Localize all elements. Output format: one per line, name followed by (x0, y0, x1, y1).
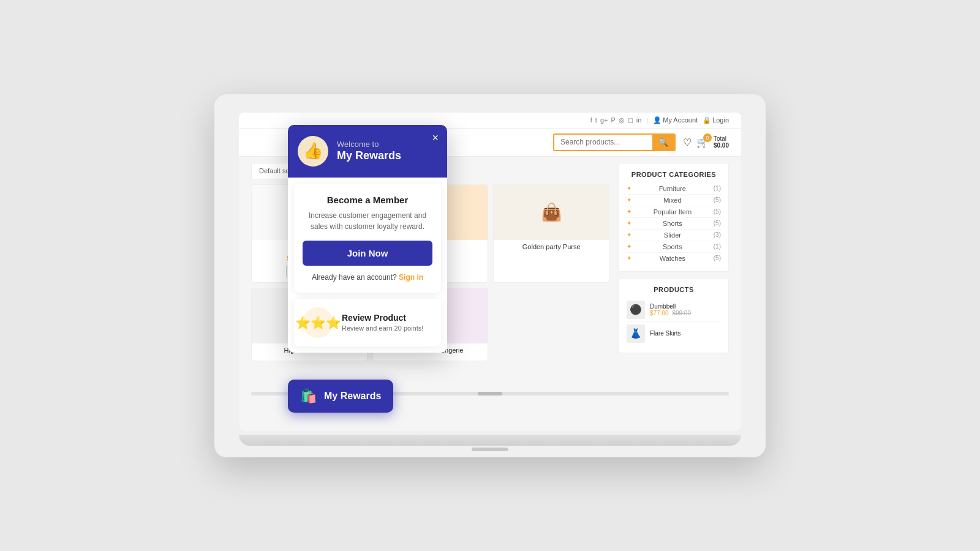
laptop-base (239, 435, 741, 446)
cart-badge: 0 (703, 133, 712, 142)
category-count: (5) (714, 255, 721, 261)
search-input[interactable] (554, 135, 652, 150)
review-card: ⭐⭐⭐ Review Product Review and earn 20 po… (294, 299, 441, 347)
laptop-screen: f t g+ P ◎ ◻ in | 👤 My Account 🔒 Login (239, 113, 741, 431)
my-rewards-button[interactable]: 🛍️ My Rewards (288, 380, 393, 413)
category-item[interactable]: ✦ Slider (3) (627, 230, 721, 241)
category-name: Slider (664, 231, 681, 239)
product-image: 👜 (494, 185, 609, 240)
product-mini-old-price: $99.00 (672, 310, 691, 317)
product-card: 👜 Golden party Purse (493, 184, 609, 283)
product-mini-info: Flare Skirts (650, 330, 681, 337)
product-mini-item[interactable]: ⚫ Dumbbell $77.00 $99.00 (627, 298, 721, 322)
review-info: Review Product Review and earn 20 points… (342, 313, 423, 332)
rewards-modal: 👍 Welcome to My Rewards × Become a Membe… (288, 125, 447, 353)
review-title: Review Product (342, 313, 423, 323)
thumbsup-icon: 👍 (303, 141, 323, 160)
modal-logo: 👍 (298, 136, 328, 167)
category-name: Sports (663, 243, 682, 250)
modal-welcome-text: Welcome to (337, 140, 401, 149)
cat-arrow-icon: ✦ (627, 231, 631, 238)
category-name: Furniture (659, 185, 686, 192)
category-count: (1) (714, 185, 721, 192)
modal-title: My Rewards (337, 149, 401, 163)
scrollbar-thumb[interactable] (478, 392, 502, 395)
product-mini-price: $77.00 (650, 310, 669, 317)
modal-body: Become a Member Increase customer engage… (288, 184, 447, 347)
product-categories-section: PRODUCT CATEGORIES ✦ Furniture (1) ✦ Mix… (619, 163, 729, 272)
laptop-frame: f t g+ P ◎ ◻ in | 👤 My Account 🔒 Login (214, 94, 766, 457)
join-now-button[interactable]: Join Now (303, 241, 432, 266)
heart-icon: ♡ (683, 137, 692, 148)
category-item[interactable]: ✦ Mixed (5) (627, 195, 721, 206)
wishlist-icon-wrap[interactable]: ♡ (683, 137, 692, 148)
instagram-icon[interactable]: ◻ (628, 116, 633, 124)
signin-link[interactable]: Sign in (399, 273, 423, 282)
search-button[interactable]: 🔍 (652, 135, 674, 150)
category-name: Mixed (663, 197, 681, 204)
signin-text: Already have an account? Sign in (303, 273, 432, 282)
category-count: (3) (714, 231, 721, 238)
foursquare-icon[interactable]: ◎ (619, 116, 625, 124)
cat-arrow-icon: ✦ (627, 220, 631, 227)
lock-icon: 🔒 (703, 116, 711, 124)
facebook-icon[interactable]: f (590, 116, 592, 124)
website-background: f t g+ P ◎ ◻ in | 👤 My Account 🔒 Login (239, 113, 741, 431)
search-container: 🔍 (553, 133, 676, 151)
category-count: (1) (714, 243, 721, 250)
member-card: Become a Member Increase customer engage… (294, 184, 441, 293)
modal-title-wrap: Welcome to My Rewards (337, 140, 401, 162)
member-card-title: Become a Member (303, 195, 432, 205)
product-mini-name: Flare Skirts (650, 330, 681, 337)
person-icon: 👤 (653, 116, 662, 124)
category-item[interactable]: ✦ Watches (5) (627, 253, 721, 264)
review-description: Review and earn 20 points! (342, 324, 423, 332)
category-item[interactable]: ✦ Shorts (5) (627, 218, 721, 230)
header-icons: ♡ 🛒 0 Total $0.00 (683, 135, 729, 149)
laptop-notch (472, 448, 508, 451)
login-link[interactable]: 🔒 Login (703, 116, 729, 124)
modal-header: 👍 Welcome to My Rewards × (288, 125, 447, 178)
cat-arrow-icon: ✦ (627, 197, 631, 203)
products-sidebar-section: PRODUCTS ⚫ Dumbbell $77.00 $99.00 👗 (619, 278, 729, 353)
cart-total: Total $0.00 (714, 135, 729, 149)
rewards-bag-icon: 🛍️ (300, 388, 317, 404)
social-icons: f t g+ P ◎ ◻ in (590, 116, 642, 124)
cat-arrow-icon: ✦ (627, 185, 631, 192)
member-card-description: Increase customer engagement and sales w… (303, 210, 432, 232)
purse-image: 👜 (541, 202, 562, 222)
category-count: (5) (714, 197, 721, 203)
product-mini-info: Dumbbell $77.00 $99.00 (650, 303, 691, 317)
category-name: Watches (660, 255, 685, 262)
cat-arrow-icon: ✦ (627, 243, 631, 250)
pinterest-icon[interactable]: P (611, 116, 615, 124)
cat-arrow-icon: ✦ (627, 255, 631, 261)
modal-close-button[interactable]: × (432, 132, 439, 143)
twitter-icon[interactable]: t (595, 116, 597, 124)
product-name: Golden party Purse (494, 243, 609, 250)
review-stars-icon: ⭐⭐⭐ (303, 307, 333, 338)
my-account-link[interactable]: 👤 My Account (653, 116, 698, 124)
category-item[interactable]: ✦ Sports (1) (627, 241, 721, 253)
product-mini-item[interactable]: 👗 Flare Skirts (627, 322, 721, 345)
category-count: (5) (714, 208, 721, 215)
category-item[interactable]: ✦ Furniture (1) (627, 183, 721, 195)
product-mini-image: 👗 (627, 324, 645, 343)
sidebar: PRODUCT CATEGORIES ✦ Furniture (1) ✦ Mix… (619, 163, 729, 383)
cart-icon-wrap[interactable]: 🛒 0 (696, 137, 709, 148)
category-count: (5) (714, 220, 721, 227)
product-mini-image: ⚫ (627, 301, 645, 319)
separator: | (646, 116, 648, 124)
google-icon[interactable]: g+ (600, 116, 608, 124)
product-mini-name: Dumbbell (650, 303, 691, 310)
category-item[interactable]: ✦ Popular Item (5) (627, 206, 721, 218)
cat-arrow-icon: ✦ (627, 208, 631, 215)
category-name: Popular Item (654, 208, 692, 216)
category-name: Shorts (663, 220, 682, 227)
linkedin-icon[interactable]: in (636, 116, 642, 124)
